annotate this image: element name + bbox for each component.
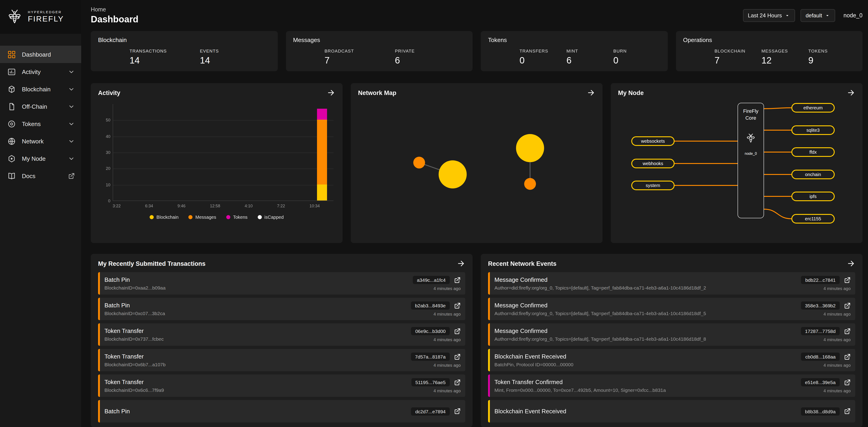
external-link-icon[interactable]: [454, 302, 461, 309]
hash-chip: bdb22...c7841: [801, 276, 840, 284]
external-link-icon[interactable]: [454, 379, 461, 386]
gridline: [113, 169, 334, 169]
bar-segment-blockchain: [317, 184, 327, 200]
arrow-forward-icon[interactable]: [847, 259, 855, 267]
hash-chip: 358e3...369b2: [801, 302, 840, 310]
item-title: Batch Pin: [104, 276, 407, 283]
namespace-dropdown[interactable]: default: [801, 9, 835, 22]
list-item[interactable]: Blockchain Event ReceivedBatchPin, Proto…: [488, 349, 855, 371]
stat-metric: PRIVATE6: [395, 49, 465, 66]
firefly-core-node[interactable]: FireFly Core node_0: [738, 103, 764, 218]
app-root: HYPERLEDGER FIREFLY DashboardActivityBlo…: [0, 0, 868, 427]
arrow-forward-icon[interactable]: [327, 89, 335, 97]
arrow-forward-icon[interactable]: [847, 89, 855, 97]
list-item[interactable]: Token TransferBlockchainID=0x6c6...7f9a9…: [98, 374, 465, 397]
middle-row: Activity 01020304050 3:226:349:4612:584:…: [91, 83, 863, 243]
external-link-icon[interactable]: [454, 353, 461, 360]
chevron-down-icon: [68, 103, 75, 110]
sidebar-item-my-node[interactable]: My Node: [0, 150, 81, 167]
network-node-org[interactable]: [516, 134, 544, 162]
sidebar-item-dashboard[interactable]: Dashboard: [0, 46, 81, 63]
external-link-icon[interactable]: [454, 277, 461, 283]
item-timestamp: 4 minutes ago: [824, 363, 851, 368]
external-link-icon[interactable]: [844, 302, 851, 309]
item-timestamp: 4 minutes ago: [434, 286, 461, 291]
list-item[interactable]: Batch PinBlockchainID=0xc07...3b2cab2ab3…: [98, 298, 465, 320]
metric-value: 0: [613, 55, 660, 66]
chevron-down-icon: [68, 68, 75, 75]
time-filter-dropdown[interactable]: Last 24 Hours: [743, 9, 795, 22]
external-link-icon[interactable]: [844, 408, 851, 415]
stat-metric: TRANSFERS0: [520, 49, 566, 66]
network-node-member[interactable]: [413, 156, 425, 169]
plugin-pill-ffdx: ffdx: [792, 147, 835, 157]
gridline: [113, 185, 334, 185]
external-link-icon[interactable]: [454, 328, 461, 335]
external-link-icon[interactable]: [844, 277, 851, 283]
hash-chip: b8b38...d8d9a: [801, 407, 840, 415]
sidebar-item-blockchain[interactable]: Blockchain: [0, 80, 81, 98]
sidebar-item-activity[interactable]: Activity: [0, 63, 81, 80]
blockchain-icon: [7, 85, 16, 93]
activity-icon: [7, 67, 16, 76]
stat-metric: BLOCKCHAIN7: [714, 49, 762, 66]
list-item[interactable]: Token Transfer ConfirmedMint, From=0x000…: [488, 374, 855, 397]
sidebar-item-network[interactable]: Network: [0, 133, 81, 150]
external-link-icon[interactable]: [844, 379, 851, 386]
y-axis-tick: 0: [108, 199, 111, 203]
plugin-pill-system: system: [631, 181, 675, 190]
list-item[interactable]: Token TransferBlockchainID=0x737...fcbec…: [98, 323, 465, 346]
sidebar-item-off-chain[interactable]: Off-Chain: [0, 98, 81, 115]
item-subtitle: BlockchainID=0xc07...3b2ca: [104, 311, 405, 316]
list-item[interactable]: Batch Pindc2d7...e7894: [98, 400, 465, 422]
y-axis-tick: 40: [106, 134, 111, 139]
list-item[interactable]: Message ConfirmedAuthor=did:firefly:org/…: [488, 298, 855, 320]
x-axis-label: 9:46: [178, 204, 185, 208]
breadcrumb[interactable]: Home: [91, 6, 138, 13]
network-map-graph: [358, 98, 595, 231]
plugin-pill-webhooks: webhooks: [631, 159, 675, 168]
list-item[interactable]: Token TransferBlockchainID=0x6b7...a107b…: [98, 349, 465, 371]
page-title: Dashboard: [91, 14, 138, 25]
metric-value: 7: [324, 55, 395, 66]
list-item[interactable]: Message ConfirmedAuthor=did:firefly:org/…: [488, 323, 855, 346]
x-axis-label: 6:34: [145, 204, 153, 208]
stat-card-messages: MessagesBROADCAST7PRIVATE6: [286, 31, 472, 71]
network-icon: [7, 137, 16, 145]
stat-metric: MINT6: [566, 49, 614, 66]
network-node-member[interactable]: [524, 178, 536, 190]
bar-segment-tokens: [317, 109, 327, 120]
list-item[interactable]: Batch PinBlockchainID=0xaa2...b09aaa349c…: [98, 272, 465, 294]
sidebar-item-label: Off-Chain: [22, 103, 47, 110]
app-logo[interactable]: HYPERLEDGER FIREFLY: [0, 0, 81, 34]
network-map-panel: Network Map: [351, 83, 602, 243]
stat-metric: BROADCAST7: [324, 49, 395, 66]
metric-value: 0: [520, 55, 566, 66]
transactions-panel: My Recently Submitted Transactions Batch…: [91, 254, 472, 427]
sidebar-item-label: Blockchain: [22, 86, 51, 92]
external-link-icon[interactable]: [844, 353, 851, 360]
external-link-icon[interactable]: [844, 328, 851, 335]
list-item[interactable]: Message ConfirmedAuthor=did:firefly:org/…: [488, 272, 855, 294]
metric-label: MINT: [566, 49, 614, 53]
sidebar: HYPERLEDGER FIREFLY DashboardActivityBlo…: [0, 0, 81, 427]
legend-label: Tokens: [233, 215, 247, 220]
sidebar-item-tokens[interactable]: Tokens: [0, 115, 81, 133]
external-link-icon[interactable]: [454, 408, 461, 415]
stat-card-title: Messages: [293, 36, 465, 44]
item-subtitle: Mint, From=0x000...00000, To=0xce7...492…: [494, 387, 796, 393]
item-title: Token Transfer: [104, 328, 406, 334]
stat-metric: TOKENS9: [808, 49, 855, 66]
network-node-org[interactable]: [439, 160, 467, 189]
metric-value: 7: [714, 55, 762, 66]
metric-value: 14: [200, 55, 271, 66]
arrow-forward-icon[interactable]: [587, 89, 595, 97]
y-axis-tick: 50: [106, 118, 111, 123]
chevron-down-icon: [68, 155, 75, 162]
metric-label: TOKENS: [808, 49, 855, 53]
list-item[interactable]: Blockchain Event Receivedb8b38...d8d9a: [488, 400, 855, 422]
gridline: [113, 152, 334, 153]
chart-legend: BlockchainMessagesTokensisCapped: [98, 215, 335, 220]
arrow-forward-icon[interactable]: [457, 259, 465, 267]
sidebar-item-docs[interactable]: Docs: [0, 167, 81, 184]
